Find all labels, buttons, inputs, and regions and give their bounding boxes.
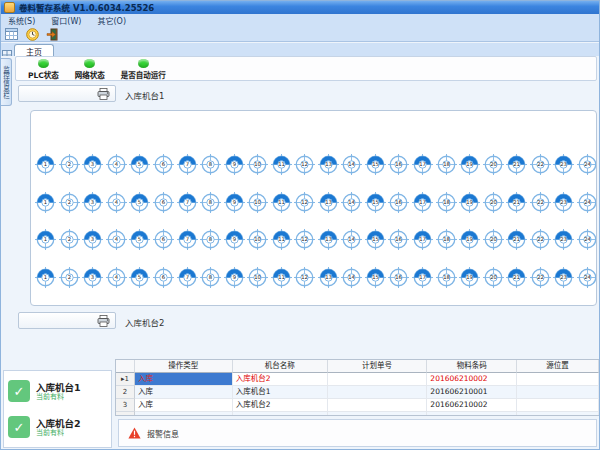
coil-slot: 14 — [340, 192, 364, 213]
svg-text:8: 8 — [209, 162, 212, 168]
svg-text:18: 18 — [443, 162, 450, 168]
coil-slot: 8 — [199, 154, 223, 175]
table-row[interactable]: ▸1入库入库机台2201606210002 — [116, 373, 599, 386]
coil-slot: 14 — [340, 267, 364, 288]
machine-status-card[interactable]: ✓ 入库机台1 当前有料 — [8, 375, 107, 407]
row-header: 4 — [116, 412, 135, 416]
svg-text:24: 24 — [584, 237, 591, 243]
svg-text:23: 23 — [560, 237, 567, 243]
slot-row: 1 2 3 4 5 — [34, 184, 596, 222]
slot-row: 1 2 3 4 5 — [34, 259, 596, 297]
coil-slot: 9 — [222, 229, 246, 250]
svg-text:12: 12 — [301, 199, 308, 205]
coil-slot: 8 — [199, 229, 223, 250]
table-cell[interactable] — [328, 412, 428, 416]
table-cell[interactable]: 入库机台1 — [233, 386, 328, 399]
clock-icon[interactable] — [25, 28, 39, 41]
task-grid-panel: 操作类型机台名称计划单号物料条码源位置▸1入库入库机台2201606210002… — [115, 359, 600, 450]
status-label: 是否自动运行 — [121, 69, 166, 80]
table-row[interactable]: 3入库入库机台2201606210002 — [116, 399, 599, 412]
table-cell[interactable] — [517, 373, 599, 386]
svg-text:22: 22 — [537, 162, 544, 168]
svg-text:3: 3 — [91, 237, 94, 243]
svg-text:14: 14 — [349, 274, 356, 280]
card-status: 当前有料 — [36, 393, 81, 401]
coil-slot: 22 — [528, 154, 552, 175]
coil-slot: 4 — [105, 154, 129, 175]
menu-item[interactable]: 窗口(W) — [43, 15, 89, 26]
title-bar[interactable]: 卷料暂存系统 V1.0.6034.25526 — [0, 0, 600, 14]
table-cell[interactable] — [135, 412, 233, 416]
window-title: 卷料暂存系统 V1.0.6034.25526 — [19, 1, 154, 13]
card-title: 入库机台1 — [36, 382, 81, 393]
table-row[interactable]: 4 — [116, 412, 599, 416]
coil-slot: 3 — [81, 154, 105, 175]
svg-text:3: 3 — [91, 199, 94, 205]
table-cell[interactable] — [517, 386, 599, 399]
svg-text:10: 10 — [254, 237, 261, 243]
coil-slot: 23 — [552, 229, 576, 250]
column-header[interactable]: 物料条码 — [427, 360, 517, 373]
coil-slot: 13 — [317, 267, 341, 288]
check-icon: ✓ — [8, 380, 30, 402]
machine-status-card[interactable]: ✓ 入库机台2 当前有料 — [8, 411, 107, 443]
column-header[interactable]: 机台名称 — [233, 360, 328, 373]
table-cell[interactable]: 入库 — [135, 373, 233, 386]
status-indicator: 是否自动运行 — [121, 57, 166, 80]
table-cell[interactable]: 入库 — [135, 399, 233, 412]
coil-slot: 13 — [317, 229, 341, 250]
svg-text:21: 21 — [513, 237, 520, 243]
svg-text:1: 1 — [44, 162, 47, 168]
schedule-grid-icon[interactable] — [4, 28, 18, 41]
svg-text:22: 22 — [537, 237, 544, 243]
warning-triangle-icon — [128, 427, 141, 439]
menu-item[interactable]: 系统(S) — [0, 15, 43, 26]
table-cell[interactable]: 入库 — [135, 386, 233, 399]
column-header[interactable]: 计划单号 — [328, 360, 428, 373]
coil-slot: 12 — [293, 229, 317, 250]
coil-slot: 18 — [434, 229, 458, 250]
table-row[interactable]: 2入库入库机台1201606210001 — [116, 386, 599, 399]
table-cell[interactable] — [328, 399, 428, 412]
table-cell[interactable]: 入库机台2 — [233, 399, 328, 412]
table-cell[interactable]: 201606210002 — [427, 399, 517, 412]
table-cell[interactable]: 入库机台2 — [233, 373, 328, 386]
slot-row: 1 2 3 4 5 — [34, 221, 596, 259]
coil-slot: 2 — [58, 154, 82, 175]
svg-text:10: 10 — [254, 274, 261, 280]
print-button-machine1[interactable] — [18, 85, 116, 102]
table-header-row: 操作类型机台名称计划单号物料条码源位置 — [116, 360, 599, 373]
card-text: 入库机台1 当前有料 — [36, 382, 81, 401]
svg-text:16: 16 — [396, 274, 403, 280]
svg-text:23: 23 — [560, 274, 567, 280]
coil-slot: 10 — [246, 267, 270, 288]
table-cell[interactable] — [517, 399, 599, 412]
table-cell[interactable]: 201606210001 — [427, 386, 517, 399]
svg-text:7: 7 — [185, 162, 188, 168]
table-cell[interactable] — [427, 412, 517, 416]
column-header[interactable]: 源位置 — [517, 360, 599, 373]
coil-slot: 15 — [364, 267, 388, 288]
menu-item[interactable]: 其它(O) — [89, 15, 134, 26]
table-cell[interactable] — [233, 412, 328, 416]
dock-side-tab[interactable]: 监控信息栏 — [0, 58, 12, 106]
coil-slot: 24 — [576, 154, 597, 175]
task-table[interactable]: 操作类型机台名称计划单号物料条码源位置▸1入库入库机台2201606210002… — [115, 359, 600, 416]
table-cell[interactable] — [517, 412, 599, 416]
svg-text:8: 8 — [209, 199, 212, 205]
svg-text:2: 2 — [68, 237, 71, 243]
coil-slot: 11 — [269, 229, 293, 250]
table-cell[interactable] — [328, 373, 428, 386]
coil-slot: 11 — [269, 267, 293, 288]
svg-text:14: 14 — [349, 199, 356, 205]
table-cell[interactable] — [328, 386, 428, 399]
svg-text:10: 10 — [254, 199, 261, 205]
exit-door-icon[interactable] — [46, 28, 60, 41]
print-button-machine2[interactable] — [18, 312, 116, 329]
svg-text:20: 20 — [490, 237, 497, 243]
coil-slot: 19 — [458, 267, 482, 288]
coil-slot: 22 — [528, 229, 552, 250]
table-cell[interactable]: 201606210002 — [427, 373, 517, 386]
svg-text:17: 17 — [419, 162, 426, 168]
column-header[interactable]: 操作类型 — [135, 360, 233, 373]
